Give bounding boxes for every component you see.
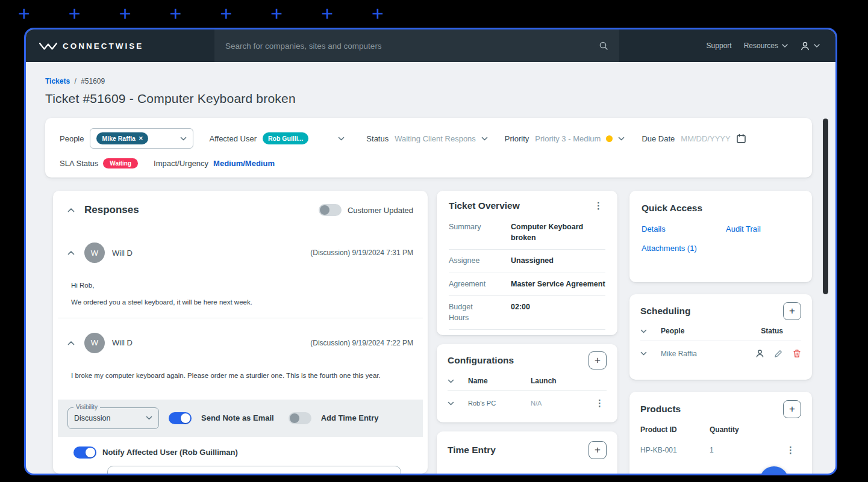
collapse-chevron-up-icon[interactable] (67, 341, 75, 345)
entry-body: I broke my computer keyboard again. Plea… (71, 371, 413, 380)
scheduling-header: Scheduling + (640, 302, 801, 320)
status-select[interactable]: Waiting Client Respons (395, 134, 488, 143)
affected-user-label: Affected User (209, 134, 257, 143)
priority-medium-dot-icon (606, 135, 613, 142)
discussion-entry-header: W Will D (Discussion) 9/19/2024 7:22 PM (67, 333, 413, 353)
add-icon: + (789, 305, 795, 317)
nav-right: Support Resources (707, 41, 835, 51)
scrollbar-thumb[interactable] (823, 119, 828, 294)
edit-pencil-icon[interactable] (774, 349, 783, 358)
add-time-entry-button[interactable]: + (589, 441, 607, 459)
entry-line: Hi Rob, (71, 281, 413, 290)
entry-divider (58, 318, 423, 318)
calendar-icon[interactable] (736, 134, 746, 144)
support-link[interactable]: Support (707, 42, 732, 50)
avatar: W (84, 333, 105, 353)
ticket-header-row-2: SLA Status Waiting Impact/Urgency Medium… (60, 158, 798, 168)
ticket-overview-rows: Summary Computer Keyboard broken Assigne… (449, 216, 605, 330)
configurations-header: Configurations + (448, 351, 607, 369)
account-menu[interactable] (800, 41, 820, 51)
plus-marker: + (18, 0, 30, 26)
priority-select[interactable]: Priority 3 - Medium (535, 134, 625, 143)
attachments-link[interactable]: Attachments (1) (642, 244, 726, 253)
add-time-entry-toggle[interactable] (289, 412, 311, 424)
breadcrumb-separator: / (74, 77, 76, 85)
add-icon: + (595, 444, 601, 456)
notify-affected-user-toggle[interactable] (73, 446, 96, 459)
entry-line: I broke my computer keyboard again. Plea… (71, 371, 413, 380)
top-nav: CONNECTWISE Support Resources (26, 29, 835, 62)
column-header-quantity: Quantity (710, 425, 739, 434)
customer-updated-toggle[interactable] (319, 204, 342, 216)
visibility-label: Visibility (73, 404, 100, 410)
breadcrumb: Tickets / #51609 (45, 77, 812, 85)
column-header-product-id: Product ID (640, 425, 710, 434)
canvas-grid-markers: ++++++++ (18, 0, 384, 26)
product-id: HP-KB-001 (640, 446, 710, 454)
chip-remove-icon[interactable]: ✕ (139, 135, 143, 141)
delete-trash-icon[interactable] (793, 349, 801, 358)
quick-access-links: Details Audit Trail Attachments (1) (642, 224, 800, 253)
affected-user-select[interactable]: Rob Guilli... (263, 132, 345, 144)
chevron-down-icon (146, 416, 152, 420)
chevron-down-icon[interactable] (640, 351, 661, 356)
breadcrumb-current: #51609 (81, 77, 105, 85)
priority-value: Priority 3 - Medium (535, 134, 601, 143)
kebab-menu-icon[interactable]: ⋮ (592, 200, 605, 211)
entry-body: Hi Rob, We ordered you a steel keyboard,… (71, 281, 413, 307)
responses-header: Responses Customer Updated (67, 204, 413, 216)
search-input[interactable] (225, 42, 599, 51)
search-icon[interactable] (599, 41, 608, 51)
person-icon[interactable] (755, 349, 764, 358)
resources-label: Resources (744, 42, 778, 50)
kebab-menu-icon[interactable]: ⋮ (593, 398, 607, 409)
add-configuration-button[interactable]: + (589, 351, 607, 369)
status-label: Status (366, 134, 389, 143)
send-note-as-email-toggle[interactable] (169, 412, 192, 424)
people-label: People (60, 134, 84, 143)
collapse-chevron-up-icon[interactable] (67, 250, 75, 255)
product-row[interactable]: HP-KB-001 1 ⋮ (640, 445, 801, 456)
ticket-overview-card: Ticket Overview ⋮ Summary Computer Keybo… (437, 191, 617, 335)
priority-label: Priority (505, 134, 529, 143)
add-schedule-button[interactable]: + (783, 302, 801, 320)
entry-meta: (Discussion) 9/19/2024 7:31 PM (310, 249, 413, 257)
ticket-header-card: People Mike Raffia ✕ Affected User Rob G… (45, 118, 812, 178)
configurations-card: Configurations + Name Launch (437, 344, 617, 422)
overview-row-label: Assignee (449, 256, 492, 267)
scheduling-title: Scheduling (640, 306, 691, 317)
kebab-menu-icon[interactable]: ⋮ (784, 445, 798, 456)
due-date-field[interactable]: MM/DD/YYYY (681, 134, 746, 144)
audit-trail-link[interactable]: Audit Trail (726, 224, 800, 233)
visibility-select[interactable]: Visibility Discussion (67, 407, 159, 429)
overview-row: Summary Computer Keyboard broken (449, 216, 605, 250)
sla-status-badge: Waiting (103, 158, 138, 168)
chevron-down-icon[interactable] (448, 379, 468, 383)
main-columns: Responses Customer Updated W Will D (Dis… (53, 191, 812, 475)
resources-menu[interactable]: Resources (744, 42, 788, 50)
breadcrumb-tickets-link[interactable]: Tickets (45, 77, 70, 85)
add-product-button[interactable]: + (783, 400, 801, 418)
people-chip: Mike Raffia ✕ (96, 132, 148, 144)
plus-marker: + (119, 0, 131, 26)
overview-row-value: Master Service Agreement (511, 279, 605, 290)
ticket-overview-title: Ticket Overview (449, 200, 520, 211)
plus-marker: + (270, 0, 283, 26)
column-header-people: People (661, 327, 684, 335)
due-date-placeholder: MM/DD/YYYY (681, 134, 730, 143)
chevron-down-icon[interactable] (448, 401, 468, 406)
product-quantity: 1 (710, 446, 746, 454)
note-input[interactable] (107, 466, 401, 474)
entry-author: Will D (112, 249, 133, 258)
overview-row-label: Budget Hours (449, 302, 492, 323)
discussion-entry-header: W Will D (Discussion) 9/19/2024 7:31 PM (67, 243, 413, 263)
collapse-chevron-up-icon[interactable] (67, 208, 75, 212)
schedule-row[interactable]: Mike Raffia (640, 341, 801, 366)
configuration-row[interactable]: Rob's PC N/A ⋮ (448, 391, 607, 416)
people-select[interactable]: Mike Raffia ✕ (90, 128, 193, 149)
avatar: W (84, 243, 105, 263)
ticket-header-row-1: People Mike Raffia ✕ Affected User Rob G… (60, 128, 798, 149)
configurations-title: Configurations (448, 355, 514, 366)
chevron-down-icon[interactable] (640, 329, 661, 333)
details-link[interactable]: Details (642, 224, 726, 233)
